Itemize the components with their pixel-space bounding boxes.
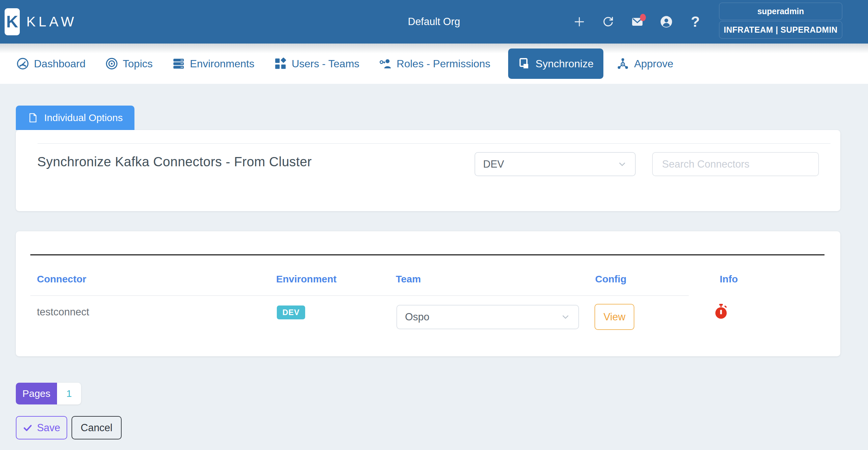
table-top-rule — [30, 254, 825, 255]
environment-select-value: DEV — [483, 158, 504, 170]
tab-bar: Individual Options — [16, 106, 840, 130]
chevron-down-icon — [561, 312, 570, 322]
panel-title: Synchronize Kafka Connectors - From Clus… — [37, 154, 312, 169]
column-header-info: Info — [720, 274, 738, 285]
team-select-value: Ospo — [405, 311, 429, 323]
notification-dot — [640, 14, 646, 21]
main-content: Individual Options Synchronize Kafka Con… — [0, 106, 868, 440]
sync-panel-card: Synchronize Kafka Connectors - From Clus… — [16, 130, 840, 211]
pagination: Pages 1 — [16, 383, 840, 404]
save-button[interactable]: Save — [16, 416, 67, 440]
cancel-label: Cancel — [81, 422, 113, 434]
plus-icon[interactable] — [573, 15, 586, 28]
view-config-button[interactable]: View — [594, 304, 634, 330]
nav-label: Roles - Permissions — [397, 58, 491, 70]
search-connectors-input[interactable] — [652, 152, 819, 176]
help-icon[interactable]: ? — [689, 15, 702, 28]
panel-divider — [37, 143, 831, 144]
topics-icon — [105, 57, 118, 70]
brand-title: KLAW — [26, 14, 77, 30]
synchronize-icon — [518, 57, 531, 70]
nav-label: Dashboard — [34, 58, 86, 70]
check-icon — [23, 423, 33, 433]
klaw-app: K KLAW Default Org — [0, 0, 868, 450]
approve-icon — [617, 57, 629, 70]
nav-item-approve[interactable]: Approve — [617, 57, 673, 70]
nav-item-topics[interactable]: Topics — [105, 57, 153, 70]
environment-select[interactable]: DEV — [474, 152, 636, 176]
nav-label: Synchronize — [535, 58, 593, 70]
refresh-icon[interactable] — [602, 15, 615, 28]
username-menu-item[interactable]: superadmin — [719, 3, 842, 20]
column-header-connector: Connector — [37, 274, 86, 285]
nav-item-synchronize[interactable]: Synchronize — [508, 49, 603, 79]
header-icon-group: ? — [573, 0, 702, 44]
stopwatch-alert-icon[interactable] — [713, 304, 728, 320]
nav-item-dashboard[interactable]: Dashboard — [17, 57, 86, 70]
user-menu: superadmin INFRATEAM | SUPERADMIN — [719, 3, 842, 38]
tab-individual-options[interactable]: Individual Options — [16, 106, 134, 130]
chevron-down-icon — [617, 159, 627, 169]
nav-label: Approve — [634, 58, 673, 70]
klaw-logo-icon[interactable]: K — [5, 8, 20, 35]
nav-item-users-teams[interactable]: Users - Teams — [274, 57, 360, 70]
page-number-button[interactable]: 1 — [57, 383, 81, 404]
nav-label: Topics — [123, 58, 153, 70]
connector-name-cell: testconnect — [37, 306, 89, 318]
nav-item-roles-permissions[interactable]: Roles - Permissions — [379, 57, 491, 70]
column-header-team: Team — [396, 274, 421, 285]
cancel-button[interactable]: Cancel — [71, 416, 122, 440]
mail-icon[interactable] — [631, 15, 644, 28]
dashboard-icon — [17, 57, 29, 70]
help-glyph: ? — [691, 15, 700, 29]
nav-label: Users - Teams — [292, 58, 360, 70]
team-select[interactable]: Ospo — [397, 305, 579, 329]
save-label: Save — [37, 422, 60, 434]
row-divider — [30, 295, 689, 296]
column-header-environment: Environment — [276, 274, 337, 285]
column-header-config: Config — [595, 274, 626, 285]
users-teams-icon — [274, 57, 287, 70]
team-role-menu-item[interactable]: INFRATEAM | SUPERADMIN — [719, 21, 842, 38]
top-header: K KLAW Default Org — [0, 0, 868, 44]
org-title: Default Org — [408, 16, 460, 28]
environments-icon — [172, 57, 185, 70]
profile-icon[interactable] — [660, 15, 673, 28]
nav-item-environments[interactable]: Environments — [172, 57, 254, 70]
pages-label: Pages — [16, 383, 57, 404]
form-actions: Save Cancel — [16, 416, 840, 440]
main-nav: Dashboard Topics Environments — [0, 44, 868, 84]
tab-label: Individual Options — [44, 112, 123, 123]
logo-letter: K — [6, 12, 18, 31]
nav-label: Environments — [190, 58, 254, 70]
connectors-table-card: Connector Environment Team Config Info t… — [16, 231, 840, 356]
file-icon — [28, 113, 38, 123]
environment-badge: DEV — [277, 306, 305, 319]
roles-permissions-icon — [379, 57, 392, 70]
